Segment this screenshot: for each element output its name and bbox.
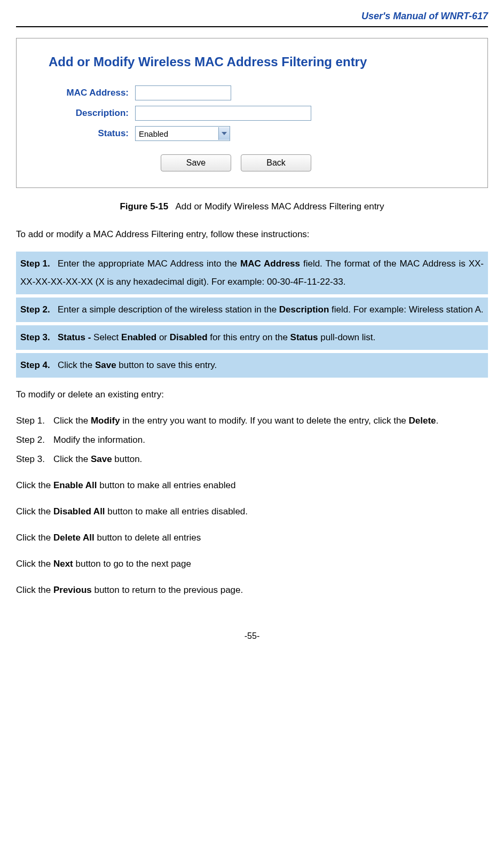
step-block: Step 3.Status - Select Enabled or Disabl… bbox=[16, 325, 488, 350]
modify-step-label: Step 1. bbox=[16, 412, 53, 430]
mac-address-input[interactable] bbox=[135, 85, 231, 100]
intro-text: To add or modify a MAC Address Filtering… bbox=[16, 225, 488, 244]
modify-step: Step 3.Click the Save button. bbox=[16, 450, 488, 468]
back-button[interactable]: Back bbox=[241, 154, 311, 171]
caption-number: Figure 5-15 bbox=[120, 201, 168, 212]
save-button[interactable]: Save bbox=[161, 154, 231, 171]
step-label: Step 2. bbox=[20, 301, 58, 319]
row-mac: MAC Address: bbox=[49, 85, 455, 100]
label-status: Status: bbox=[49, 128, 135, 139]
bottom-line: Click the Enable All button to make all … bbox=[16, 476, 488, 495]
bottom-line: Click the Disabled All button to make al… bbox=[16, 503, 488, 521]
modify-steps-container: Step 1.Click the Modify in the entry you… bbox=[16, 412, 488, 468]
row-status: Status: Enabled bbox=[49, 126, 455, 141]
description-input[interactable] bbox=[135, 106, 311, 121]
page-header: User's Manual of WNRT-617 bbox=[16, 11, 488, 27]
modify-step: Step 1.Click the Modify in the entry you… bbox=[16, 412, 488, 430]
status-select-value: Enabled bbox=[139, 129, 168, 138]
chevron-down-icon bbox=[218, 127, 230, 140]
page-number: -55- bbox=[16, 631, 488, 641]
modify-step-label: Step 3. bbox=[16, 450, 53, 468]
step-block: Step 2.Enter a simple description of the… bbox=[16, 298, 488, 322]
step-label: Step 3. bbox=[20, 328, 58, 347]
figure-caption: Figure 5-15 Add or Modify Wireless MAC A… bbox=[16, 201, 488, 212]
modify-intro: To modify or delete an existing entry: bbox=[16, 386, 488, 404]
button-row: Save Back bbox=[161, 154, 455, 171]
bottom-line: Click the Previous button to return to t… bbox=[16, 581, 488, 599]
bottom-line: Click the Next button to go to the next … bbox=[16, 555, 488, 573]
bottom-lines-container: Click the Enable All button to make all … bbox=[16, 476, 488, 599]
bottom-line: Click the Delete All button to delete al… bbox=[16, 529, 488, 547]
step-block: Step 4.Click the Save button to save thi… bbox=[16, 353, 488, 378]
form-title: Add or Modify Wireless MAC Address Filte… bbox=[49, 54, 455, 69]
step-label: Step 4. bbox=[20, 356, 58, 374]
label-mac: MAC Address: bbox=[49, 88, 135, 98]
caption-text: Add or Modify Wireless MAC Address Filte… bbox=[175, 201, 384, 212]
step-label: Step 1. bbox=[20, 255, 58, 273]
step-block: Step 1.Enter the appropriate MAC Address… bbox=[16, 252, 488, 294]
modify-step: Step 2.Modify the information. bbox=[16, 431, 488, 449]
row-description: Description: bbox=[49, 106, 455, 121]
label-description: Description: bbox=[49, 108, 135, 119]
status-select[interactable]: Enabled bbox=[135, 126, 230, 141]
figure-box: Add or Modify Wireless MAC Address Filte… bbox=[16, 38, 488, 188]
modify-step-label: Step 2. bbox=[16, 431, 53, 449]
steps-container: Step 1.Enter the appropriate MAC Address… bbox=[16, 252, 488, 378]
